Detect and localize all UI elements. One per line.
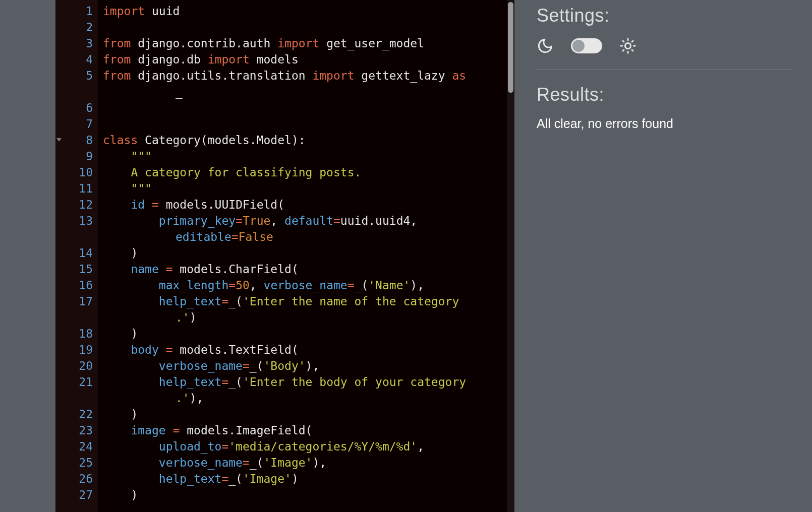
code-line[interactable]: upload_to='media/categories/%Y/%m/%d',: [103, 438, 514, 455]
line-number: 18: [55, 326, 93, 342]
code-line[interactable]: max_length=50, verbose_name=_('Name'),: [103, 277, 514, 293]
sun-icon: [619, 37, 636, 54]
code-line[interactable]: ): [103, 406, 514, 422]
line-number: [55, 309, 93, 326]
line-number: 13: [55, 213, 93, 229]
code-line[interactable]: verbose_name=_('Body'),: [103, 358, 514, 374]
results-message: All clear, no errors found: [537, 116, 792, 131]
code-line[interactable]: body = models.TextField(: [103, 342, 514, 358]
code-line[interactable]: _: [103, 84, 514, 100]
code-line[interactable]: editable=False: [103, 229, 514, 245]
line-number: 12: [55, 197, 93, 213]
line-number: 24: [55, 438, 93, 455]
line-number: [55, 390, 93, 406]
toggle-knob: [572, 40, 585, 52]
line-number: 4: [55, 51, 93, 68]
code-line[interactable]: import uuid: [103, 3, 514, 19]
code-line[interactable]: from django.contrib.auth import get_user…: [103, 35, 514, 51]
line-number: 23: [55, 422, 93, 438]
code-line[interactable]: verbose_name=_('Image'),: [103, 455, 514, 471]
code-line[interactable]: from django.utils.translation import get…: [103, 68, 514, 84]
code-line[interactable]: A category for classifying posts.: [103, 164, 514, 180]
line-number: 14: [55, 245, 93, 261]
line-number: 11: [55, 180, 93, 197]
code-line[interactable]: from django.db import models: [103, 51, 514, 68]
line-number: [55, 84, 93, 100]
code-line[interactable]: help_text=_('Image'): [103, 471, 514, 487]
code-line[interactable]: [103, 100, 514, 116]
code-line[interactable]: [103, 116, 514, 132]
code-line[interactable]: ): [103, 245, 514, 261]
line-number: 25: [55, 455, 93, 471]
line-number: 10: [55, 164, 93, 180]
code-line[interactable]: [103, 19, 514, 35]
scrollbar-thumb[interactable]: [508, 2, 513, 93]
line-number: 15: [55, 261, 93, 277]
scrollbar-track[interactable]: [507, 0, 514, 512]
side-panel: Settings: Results: All clear, no errors …: [514, 0, 812, 512]
line-number: 8: [55, 132, 93, 148]
line-number: 7: [55, 116, 93, 132]
svg-line-4: [632, 50, 633, 51]
code-line[interactable]: """: [103, 180, 514, 197]
code-line[interactable]: primary_key=True, default=uuid.uuid4,: [103, 213, 514, 229]
line-number: 17: [55, 293, 93, 309]
code-editor[interactable]: 1234567891011121314151617181920212223242…: [55, 0, 514, 512]
line-number: [55, 229, 93, 245]
line-number: 1: [55, 3, 93, 19]
moon-icon: [537, 37, 554, 54]
code-line[interactable]: """: [103, 148, 514, 164]
svg-line-7: [623, 50, 624, 51]
line-number: 9: [55, 148, 93, 164]
code-line[interactable]: .'): [103, 309, 514, 326]
line-number: 21: [55, 374, 93, 390]
line-number: 6: [55, 100, 93, 116]
line-number: 26: [55, 471, 93, 487]
line-number: 2: [55, 19, 93, 35]
code-line[interactable]: help_text=_('Enter the name of the categ…: [103, 293, 514, 309]
theme-controls: [537, 37, 792, 70]
code-line[interactable]: image = models.ImageField(: [103, 422, 514, 438]
code-line[interactable]: ): [103, 487, 514, 503]
line-number: 27: [55, 487, 93, 503]
app-root: 1234567891011121314151617181920212223242…: [0, 0, 812, 512]
line-number: 3: [55, 35, 93, 51]
svg-line-3: [623, 41, 624, 42]
code-line[interactable]: .'),: [103, 390, 514, 406]
settings-heading: Settings:: [537, 5, 792, 26]
line-number: 19: [55, 342, 93, 358]
line-number: 16: [55, 277, 93, 293]
line-number: 5: [55, 68, 93, 84]
left-margin: [0, 0, 55, 512]
code-line[interactable]: help_text=_('Enter the body of your cate…: [103, 374, 514, 390]
code-line[interactable]: name = models.CharField(: [103, 261, 514, 277]
svg-line-8: [632, 41, 633, 42]
theme-toggle[interactable]: [571, 38, 602, 53]
line-number-gutter: 1234567891011121314151617181920212223242…: [55, 0, 98, 512]
results-heading: Results:: [537, 84, 792, 105]
svg-point-0: [625, 43, 630, 48]
line-number: 20: [55, 358, 93, 374]
code-line[interactable]: ): [103, 326, 514, 342]
code-line[interactable]: id = models.UUIDField(: [103, 197, 514, 213]
line-number: 22: [55, 406, 93, 422]
code-area[interactable]: import uuidfrom django.contrib.auth impo…: [98, 0, 514, 512]
code-line[interactable]: class Category(models.Model):: [103, 132, 514, 148]
